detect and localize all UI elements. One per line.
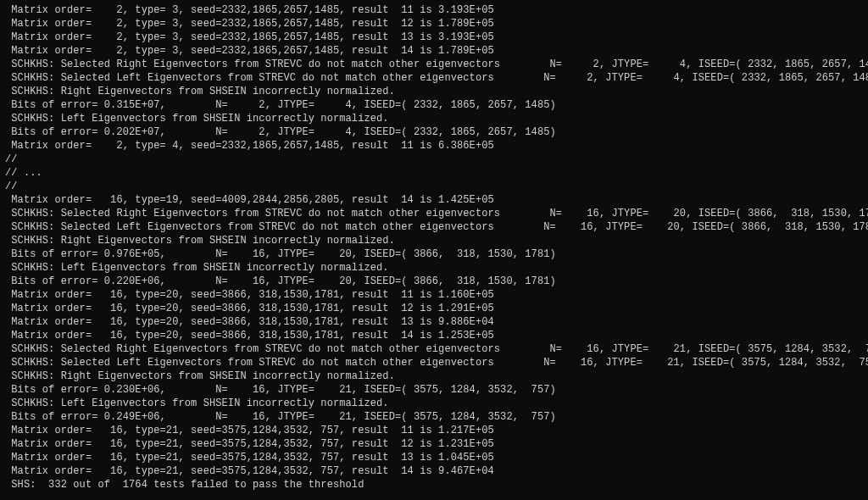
terminal-output: Matrix order= 2, type= 3, seed=2332,1865… [0,0,868,495]
